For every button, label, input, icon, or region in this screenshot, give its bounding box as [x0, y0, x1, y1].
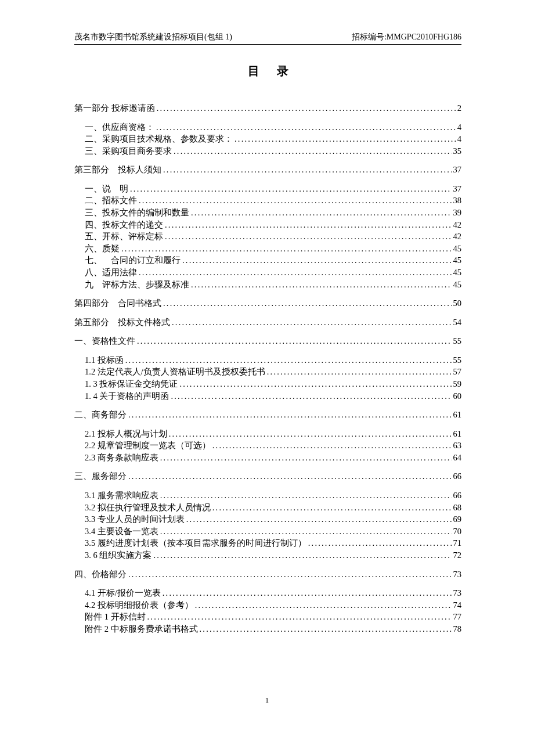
toc-entry-page: 72: [453, 549, 462, 561]
toc-entry-label: 第一部分 投标邀请函: [74, 102, 155, 114]
toc-entry: 四、价格部分73: [74, 568, 461, 581]
toc-entry-label: 第三部分 投标人须知: [74, 164, 161, 176]
toc-leader: [160, 489, 452, 502]
toc-leader: [137, 335, 452, 347]
toc-leader: [186, 513, 452, 525]
toc-entry: 1.1 投标函55: [85, 354, 461, 366]
toc-entry-label: 3.3 专业人员的时间计划表: [85, 513, 185, 525]
toc-entry-page: 54: [453, 316, 462, 329]
toc-entry-page: 74: [453, 599, 462, 611]
toc-entry-label: 一、供应商资格：: [85, 121, 154, 134]
toc-leader: [147, 611, 452, 623]
toc-entry: 六、质疑45: [85, 243, 461, 255]
toc-leader: [267, 366, 452, 378]
toc-entry: 九 评标方法、步骤及标准45: [85, 279, 461, 291]
toc-leader: [179, 378, 451, 390]
toc-group: 3.1 服务需求响应表663.2 拟任执行管理及技术人员情况683.3 专业人员…: [74, 489, 461, 561]
toc-leader: [128, 470, 452, 483]
toc-entry: 1. 3 投标保证金交纳凭证59: [85, 378, 461, 390]
toc-entry: 2.1 投标人概况与计划61: [85, 428, 461, 440]
toc-entry-label: 二、招标文件: [85, 195, 137, 207]
toc-entry: 3.5 履约进度计划表（按本项目需求服务的时间进行制订）71: [85, 537, 461, 549]
toc-entry-page: 42: [453, 219, 462, 231]
toc-entry: 2.3 商务条款响应表64: [85, 452, 461, 464]
page-number: 1: [0, 696, 534, 705]
toc-group: 一、供应商资格：4二、采购项目技术规格、参数及要求：4三、采购项目商务要求35: [74, 121, 461, 157]
toc-entry-label: 四、投标文件的递交: [85, 219, 163, 231]
toc-entry-page: 69: [453, 513, 462, 525]
toc-entry-label: 附件 2 中标服务费承诺书格式: [85, 623, 198, 635]
toc-entry-label: 1. 4 关于资格的声明函: [85, 390, 169, 402]
toc-entry: 八、适用法律45: [85, 267, 461, 279]
toc-leader: [174, 145, 452, 157]
toc-entry: 2.2 规章管理制度一览表（可选）63: [85, 440, 461, 452]
toc-leader: [157, 102, 456, 114]
toc-entry: 一、资格性文件55: [74, 335, 461, 347]
toc-entry-page: 37: [453, 183, 462, 195]
toc-entry-label: 第四部分 合同书格式: [74, 297, 161, 309]
toc-leader: [160, 452, 452, 464]
toc-group: 2.1 投标人概况与计划612.2 规章管理制度一览表（可选）632.3 商务条…: [74, 428, 461, 464]
toc-entry-page: 71: [453, 537, 462, 549]
toc-entry-label: 三、服务部分: [74, 470, 127, 483]
toc-entry-label: 1.2 法定代表人/负责人资格证明书及授权委托书: [85, 366, 265, 378]
toc-entry: 3. 6 组织实施方案72: [85, 549, 461, 561]
toc-leader: [130, 183, 452, 195]
toc-entry-page: 61: [453, 428, 462, 440]
toc-entry-page: 64: [453, 452, 462, 464]
toc-entry-page: 4: [457, 121, 461, 134]
header-right: 招标编号:MMGPC2010FHG186: [352, 32, 461, 42]
toc-entry-label: 2.2 规章管理制度一览表（可选）: [85, 440, 211, 452]
toc-leader: [182, 254, 452, 267]
toc-group: 一、资格性文件55: [74, 335, 461, 347]
toc-entry-label: 三、采购项目商务要求: [85, 145, 172, 157]
toc-entry-label: 九 评标方法、步骤及标准: [85, 279, 189, 291]
toc-entry-label: 四、价格部分: [74, 568, 127, 581]
toc-group: 第五部分 投标文件格式54: [74, 316, 461, 329]
toc-leader: [171, 390, 451, 402]
toc-group: 一、说 明37二、招标文件38三、投标文件的编制和数量39四、投标文件的递交42…: [74, 183, 461, 290]
toc-entry-label: 4.2 投标明细报价表（参考）: [85, 599, 193, 611]
toc-leader: [308, 537, 452, 549]
toc-entry-page: 42: [453, 231, 462, 243]
toc-entry-page: 77: [453, 611, 462, 623]
toc-group: 三、服务部分66: [74, 470, 461, 483]
toc-container: 第一部分 投标邀请函2一、供应商资格：4二、采购项目技术规格、参数及要求：4三、…: [74, 102, 461, 635]
toc-leader: [195, 599, 452, 611]
toc-group: 第三部分 投标人须知37: [74, 164, 461, 176]
toc-entry-label: 4.1 开标/报价一览表: [85, 587, 161, 599]
toc-entry-label: 2.1 投标人概况与计划: [85, 428, 167, 440]
toc-leader: [169, 428, 452, 440]
toc-entry: 第四部分 合同书格式50: [74, 297, 461, 309]
toc-group: 四、价格部分73: [74, 568, 461, 581]
toc-entry-label: 一、资格性文件: [74, 335, 135, 347]
toc-entry-label: 3.1 服务需求响应表: [85, 489, 158, 502]
toc-entry: 三、投标文件的编制和数量39: [85, 207, 461, 219]
toc-leader: [160, 525, 452, 538]
toc-entry: 第五部分 投标文件格式54: [74, 316, 461, 329]
toc-leader: [200, 623, 452, 635]
toc-group: 4.1 开标/报价一览表734.2 投标明细报价表（参考）74附件 1 开标信封…: [74, 587, 461, 635]
toc-leader: [165, 219, 452, 231]
toc-entry-page: 35: [453, 145, 462, 157]
toc-entry-label: 第五部分 投标文件格式: [74, 316, 170, 329]
toc-entry-page: 45: [453, 267, 462, 279]
toc-entry: 第三部分 投标人须知37: [74, 164, 461, 176]
toc-leader: [212, 502, 452, 514]
toc-entry: 1. 4 关于资格的声明函60: [85, 390, 461, 402]
toc-entry: 附件 1 开标信封77: [85, 611, 461, 623]
toc-leader: [172, 316, 452, 329]
toc-entry-label: 六、质疑: [85, 243, 120, 255]
toc-entry-page: 78: [453, 623, 462, 635]
toc-entry-page: 70: [453, 525, 462, 538]
toc-entry-label: 二、商务部分: [74, 409, 127, 421]
toc-entry-page: 45: [453, 279, 462, 291]
toc-leader: [153, 549, 451, 561]
toc-entry-label: 一、说 明: [85, 183, 128, 195]
toc-entry: 二、商务部分61: [74, 409, 461, 421]
toc-entry-page: 57: [453, 366, 462, 378]
toc-entry: 3.1 服务需求响应表66: [85, 489, 461, 502]
toc-leader: [156, 121, 456, 134]
toc-entry-page: 45: [453, 243, 462, 255]
toc-leader: [163, 587, 452, 599]
